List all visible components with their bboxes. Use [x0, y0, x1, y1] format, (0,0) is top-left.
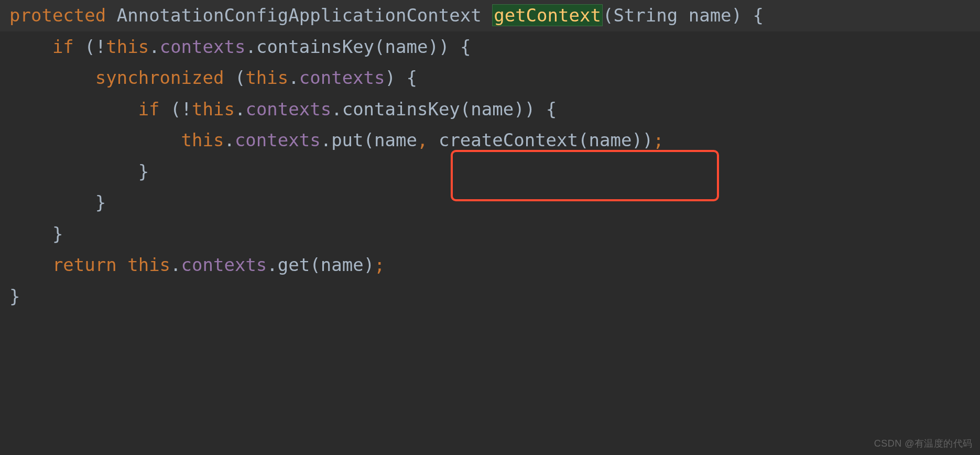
paren: ))	[514, 99, 535, 120]
watermark: CSDN @有温度的代码	[874, 436, 973, 452]
arg: name	[471, 99, 514, 120]
paren: (	[364, 129, 374, 150]
dot: .	[321, 129, 331, 150]
keyword-return: return	[52, 254, 117, 275]
code-line: if (!this.contexts.containsKey(name)) {	[0, 31, 980, 63]
dot: .	[331, 99, 342, 120]
dot: .	[235, 99, 245, 120]
comma: ,	[417, 129, 428, 150]
brace-open: {	[406, 67, 417, 88]
semicolon: ;	[374, 254, 385, 275]
code-line: }	[0, 281, 980, 312]
arg: name	[374, 129, 417, 150]
brace-open: {	[460, 36, 471, 57]
paren: ))	[428, 36, 449, 57]
brace-close: }	[9, 286, 20, 307]
return-type: AnnotationConfigApplicationContext	[117, 5, 482, 26]
method-put: put	[331, 129, 363, 150]
keyword-this: this	[127, 254, 170, 275]
keyword-if: if	[52, 36, 74, 57]
code-editor[interactable]: protected AnnotationConfigApplicationCon…	[0, 0, 980, 312]
keyword-if: if	[138, 99, 160, 120]
paren: )	[364, 254, 374, 275]
keyword-synchronized: synchronized	[95, 67, 224, 88]
paren: (!	[84, 36, 106, 57]
paren-open: (	[603, 5, 613, 26]
paren: (	[578, 129, 589, 150]
brace-close: }	[95, 192, 106, 213]
code-line: synchronized (this.contexts) {	[0, 62, 980, 94]
paren: (	[310, 254, 320, 275]
brace-close: }	[52, 223, 63, 244]
keyword-this: this	[181, 129, 224, 150]
code-line: return this.contexts.get(name);	[0, 250, 980, 281]
code-line: }	[0, 187, 980, 219]
code-line: if (!this.contexts.containsKey(name)) {	[0, 94, 980, 125]
field-contexts: contexts	[235, 129, 321, 150]
method-call: containsKey	[342, 99, 460, 120]
field-contexts: contexts	[181, 254, 267, 275]
paren: ))	[631, 129, 653, 150]
dot: .	[245, 36, 256, 57]
code-line: protected AnnotationConfigApplicationCon…	[0, 0, 980, 31]
method-createcontext: createContext	[439, 129, 578, 150]
field-contexts: contexts	[299, 67, 385, 88]
arg: name	[589, 129, 632, 150]
method-call: containsKey	[256, 36, 374, 57]
dot: .	[267, 254, 277, 275]
semicolon: ;	[653, 129, 663, 150]
dot: .	[224, 129, 234, 150]
brace-open: {	[546, 99, 557, 120]
arg: name	[385, 36, 428, 57]
keyword-protected: protected	[9, 5, 106, 26]
field-contexts: contexts	[245, 99, 331, 120]
code-line: }	[0, 219, 980, 250]
arg: name	[321, 254, 364, 275]
dot: .	[149, 36, 159, 57]
keyword-this: this	[192, 99, 235, 120]
paren: (	[460, 99, 471, 120]
param-type: String	[613, 5, 678, 26]
paren: (	[374, 36, 385, 57]
brace-close: }	[138, 161, 149, 182]
paren: )	[385, 67, 396, 88]
keyword-this: this	[245, 67, 288, 88]
dot: .	[170, 254, 181, 275]
brace-open: {	[753, 5, 764, 26]
code-line: this.contexts.put(name, createContext(na…	[0, 125, 980, 156]
method-get: get	[278, 254, 310, 275]
field-contexts: contexts	[160, 36, 246, 57]
code-line: }	[0, 156, 980, 188]
paren: (	[235, 67, 245, 88]
param-name: name	[689, 5, 732, 26]
dot: .	[288, 67, 299, 88]
keyword-this: this	[106, 36, 149, 57]
paren: (!	[170, 99, 192, 120]
paren-close: )	[732, 5, 742, 26]
method-name: getContext	[492, 4, 603, 26]
